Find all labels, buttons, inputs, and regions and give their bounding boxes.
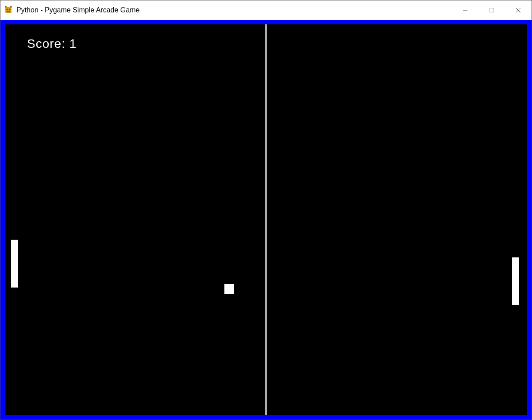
svg-rect-3 <box>5 6 7 8</box>
game-border: Score: 1 <box>0 20 532 420</box>
app-window: Python - Pygame Simple Arcade Game <box>0 0 532 420</box>
window-title: Python - Pygame Simple Arcade Game <box>16 6 452 14</box>
svg-rect-6 <box>490 8 494 12</box>
score-display: Score: 1 <box>27 37 77 51</box>
minimize-button[interactable] <box>452 0 478 20</box>
svg-point-2 <box>9 9 11 10</box>
minimize-icon <box>463 8 468 13</box>
close-button[interactable] <box>505 0 532 20</box>
ball <box>224 284 234 294</box>
titlebar[interactable]: Python - Pygame Simple Arcade Game <box>0 0 532 20</box>
game-canvas[interactable]: Score: 1 <box>5 24 527 415</box>
maximize-icon <box>489 8 494 13</box>
score-label: Score: <box>27 37 66 51</box>
score-value: 1 <box>69 37 77 51</box>
svg-rect-0 <box>5 7 12 13</box>
close-icon <box>516 8 521 13</box>
paddle-left[interactable] <box>11 240 18 288</box>
paddle-right[interactable] <box>512 257 519 305</box>
window-controls <box>452 0 532 20</box>
svg-rect-4 <box>10 6 12 8</box>
center-divider <box>266 24 267 415</box>
svg-point-1 <box>7 9 8 10</box>
app-icon <box>4 6 13 15</box>
maximize-button[interactable] <box>478 0 505 20</box>
